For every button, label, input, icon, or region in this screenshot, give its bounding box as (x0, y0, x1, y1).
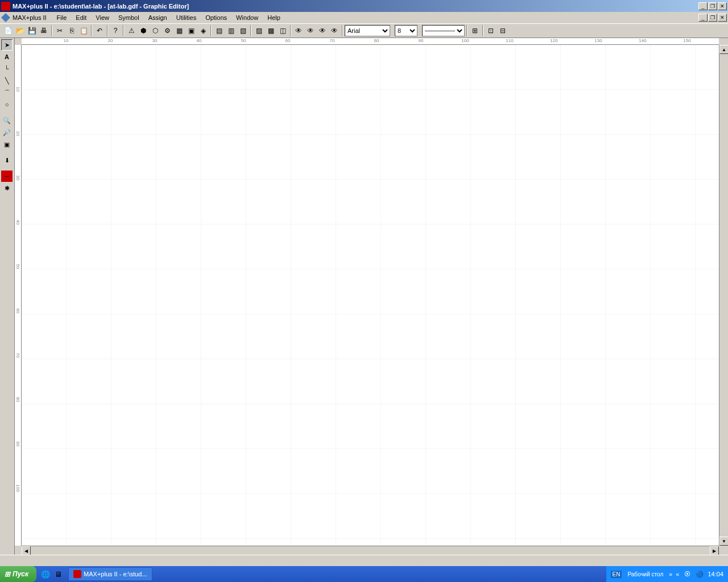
canvas[interactable]: 5 x1 INPUT VCC 8 x2 INPUT VCC (22, 45, 719, 546)
tool7-icon[interactable]: ▤ (213, 25, 225, 36)
tool8-icon[interactable]: ▥ (225, 25, 237, 36)
tool5-icon[interactable]: ▣ (185, 25, 197, 36)
close-button[interactable]: ✕ (718, 2, 727, 10)
menu-options[interactable]: Options (201, 13, 231, 22)
fit-icon[interactable]: ▣ (1, 139, 13, 150)
minimize-button[interactable]: _ (698, 2, 708, 10)
maximize-button[interactable]: ❐ (708, 2, 717, 10)
scroll-right-icon[interactable]: ▶ (710, 546, 719, 555)
open-icon[interactable]: 📂 (14, 25, 26, 36)
ie-icon[interactable]: 🌐 (40, 568, 51, 580)
paste-icon[interactable]: 📋 (78, 25, 89, 36)
orth-line-tool-icon[interactable]: └ (1, 63, 13, 74)
mdi-close-button[interactable]: ✕ (718, 14, 727, 22)
menu-edit[interactable]: Edit (71, 13, 91, 22)
tool10-icon[interactable]: ▨ (253, 25, 264, 36)
compile-icon[interactable]: ⚠ (126, 25, 137, 36)
mdi-title: MAX+plus II (13, 14, 47, 21)
app-icon (1, 2, 10, 11)
language-indicator[interactable]: EN (611, 571, 622, 578)
menu-view[interactable]: View (91, 13, 114, 22)
ruler-vertical: 1020 3040 5060 7080 90100 (15, 45, 22, 546)
quick-launch: 🌐 🖥 (36, 568, 67, 580)
scroll-left-icon[interactable]: ◀ (22, 546, 31, 555)
window-title: MAX+plus II - e:\student\at-lab - [at-la… (13, 3, 698, 10)
menu-assign[interactable]: Assign (144, 13, 172, 22)
toolbar: 📄 📂 💾 🖶 ✂ ⎘ 📋 ↶ ? ⚠ ⬢ ⬡ ⚙ ▦ ▣ ◈ ▤ ▥ ▧ ▨ … (0, 23, 728, 38)
scroll-down-icon[interactable]: ▼ (719, 537, 728, 546)
line-style-select[interactable]: ─────── (422, 25, 465, 36)
mdi-minimize-button[interactable]: _ (698, 14, 708, 22)
eye1-icon[interactable]: 👁 (293, 25, 304, 36)
grid-icon[interactable]: ⊞ (469, 25, 481, 36)
tool-palette: ➤ A └ ╲ ⌒ ○ 🔍 🔎 ▣ ⬇ ─ ✱ (0, 38, 15, 555)
cut-icon[interactable]: ✂ (54, 25, 65, 36)
tray-chevron-icon[interactable]: » (669, 571, 672, 577)
mdi-icon (1, 13, 10, 22)
circle-tool-icon[interactable]: ○ (1, 99, 13, 110)
ruler-horizontal: 1020 3040 5060 7080 90100 110120 130140 … (22, 38, 719, 45)
help-icon[interactable]: ? (110, 25, 121, 36)
status-bar (0, 555, 728, 566)
text-tool-icon[interactable]: A (1, 51, 13, 63)
tool6-icon[interactable]: ◈ (197, 25, 209, 36)
pointer-tool-icon[interactable]: ➤ (1, 39, 13, 51)
copy-icon[interactable]: ⎘ (66, 25, 77, 36)
start-label: Пуск (13, 570, 28, 578)
zoom-out-icon[interactable]: 🔎 (1, 127, 13, 138)
scrollbar-horizontal[interactable]: ◀ ▶ (22, 546, 719, 555)
task-item-maxplus[interactable]: MAX+plus II - e:\stud... (68, 567, 152, 581)
tray-icon-2[interactable]: 🔵 (695, 569, 704, 579)
snap2-icon[interactable]: ⊟ (497, 25, 508, 36)
size-select[interactable]: 8 (395, 25, 417, 36)
windows-logo-icon: ⊞ (5, 570, 10, 578)
title-bar: MAX+plus II - e:\student\at-lab - [at-la… (0, 0, 728, 12)
menu-bar: File Edit View Symbol Assign Utilities O… (52, 13, 285, 22)
eye4-icon[interactable]: 👁 (329, 25, 340, 36)
tray-icon-1[interactable]: ⦿ (682, 569, 692, 579)
menu-help[interactable]: Help (263, 13, 285, 22)
desktop-label[interactable]: Рабочий стол (625, 571, 665, 577)
desktop-icon[interactable]: 🖥 (52, 568, 64, 580)
tool9-icon[interactable]: ▧ (237, 25, 249, 36)
work-area: ➤ A └ ╲ ⌒ ○ 🔍 🔎 ▣ ⬇ ─ ✱ 1020 3040 5060 7… (0, 38, 728, 555)
zoom-in-icon[interactable]: 🔍 (1, 115, 13, 126)
schematic[interactable]: 5 x1 INPUT VCC 8 x2 INPUT VCC (22, 45, 192, 130)
scrollbar-vertical[interactable]: ▲ ▼ (719, 45, 728, 546)
menu-symbol[interactable]: Symbol (114, 13, 144, 22)
snap1-icon[interactable]: ⊡ (485, 25, 497, 36)
scroll-up-icon[interactable]: ▲ (719, 45, 728, 54)
eye3-icon[interactable]: 👁 (317, 25, 328, 36)
menu-file[interactable]: File (52, 13, 72, 22)
tool12-icon[interactable]: ◫ (277, 25, 288, 36)
new-icon[interactable]: 📄 (2, 25, 14, 36)
arc-tool-icon[interactable]: ⌒ (1, 87, 13, 98)
taskbar: ⊞ Пуск 🌐 🖥 MAX+plus II - e:\stud... EN Р… (0, 566, 728, 582)
mdi-bar: MAX+plus II File Edit View Symbol Assign… (0, 12, 728, 23)
eye2-icon[interactable]: 👁 (305, 25, 316, 36)
task-label: MAX+plus II - e:\stud... (84, 571, 147, 577)
tool-icon[interactable]: ⬢ (138, 25, 149, 36)
menu-window[interactable]: Window (231, 13, 263, 22)
tool2-icon[interactable]: ⬡ (150, 25, 161, 36)
tool4-icon[interactable]: ▦ (173, 25, 185, 36)
task-app-icon (73, 570, 81, 578)
start-button[interactable]: ⊞ Пуск (0, 566, 36, 582)
tool3-icon[interactable]: ⚙ (162, 25, 173, 36)
line-tool-icon[interactable]: ╲ (1, 75, 13, 86)
save-icon[interactable]: 💾 (26, 25, 38, 36)
print-icon[interactable]: 🖶 (38, 25, 49, 36)
mdi-maximize-button[interactable]: ❐ (708, 14, 717, 22)
tool11-icon[interactable]: ▩ (265, 25, 276, 36)
connect-icon[interactable]: ⬇ (1, 155, 13, 166)
clock[interactable]: 14:04 (708, 571, 723, 577)
tray-chevron2-icon[interactable]: « (676, 571, 679, 577)
rubber-icon[interactable]: ─ (1, 171, 13, 182)
misc-icon[interactable]: ✱ (1, 182, 13, 194)
menu-utilities[interactable]: Utilities (172, 13, 201, 22)
font-select[interactable]: Arial (345, 25, 390, 36)
system-tray: EN Рабочий стол » « ⦿ 🔵 14:04 (606, 566, 728, 582)
undo-icon[interactable]: ↶ (94, 25, 105, 36)
canvas-container: 1020 3040 5060 7080 90100 110120 130140 … (15, 38, 728, 555)
